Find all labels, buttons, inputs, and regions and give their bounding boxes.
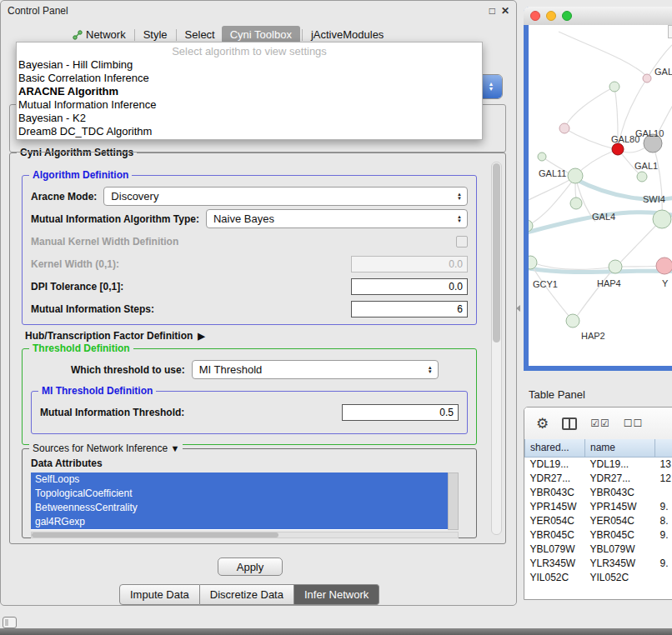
collapsed-arrow-icon: ▶ [198,331,204,342]
deselect-all-checkboxes-icon[interactable]: ☐☐ [624,418,644,428]
attribute-item-gal4rgexp[interactable]: gal4RGexp [31,515,448,529]
table-row[interactable]: YLR345WYLR345W9. [525,556,672,570]
mi-threshold-label: Mutual Information Threshold: [40,407,184,418]
tab-label: Style [143,28,168,41]
graph-node[interactable] [570,198,582,209]
panel-dock-icon[interactable] [3,617,17,628]
table-row[interactable]: YBL079WYBL079W [525,542,672,556]
select-all-checkboxes-icon[interactable]: ☑☑ [590,418,610,428]
algorithm-definition-title: Algorithm Definition [29,169,132,181]
table-toolbar: ⚙ ☑☑ ☐☐ [524,408,672,439]
graph-node[interactable] [529,256,537,269]
table-row[interactable]: YER054CYER054C8. [525,513,672,528]
table-row[interactable]: YPR145WYPR145W9. [525,499,672,513]
gear-icon[interactable]: ⚙ [536,417,549,431]
attribute-item-betweenness[interactable]: BetweennessCentrality [31,501,448,515]
attribute-list-vscrollbar[interactable] [448,472,459,530]
highlighted-edges [529,179,672,272]
graph-node[interactable] [566,314,579,328]
dropdown-item-dream8[interactable]: Dream8 DC_TDC Algorithm [17,125,482,138]
sources-title-label: Sources for Network Inference [33,442,168,454]
network-vscrollbar[interactable] [668,25,672,38]
dropdown-item-basic-correlation[interactable]: Basic Correlation Inference [17,72,482,85]
attribute-list-hscrollbar[interactable] [31,532,459,538]
column-header-cut[interactable] [655,439,672,457]
network-window-titlebar [524,7,672,25]
mi-threshold-group: MI Threshold Definition Mutual Informati… [31,391,468,434]
column-header-name[interactable]: name [585,439,655,457]
dpi-tolerance-label: DPI Tolerance [0,1]: [31,281,123,292]
bottom-tabs: Impute Data Discretize Data Infer Networ… [119,584,379,605]
combo-value: MI Threshold [199,363,263,376]
apply-button[interactable]: Apply [218,558,283,576]
graph-node[interactable] [637,172,647,182]
restore-window-icon[interactable]: □ [489,5,495,17]
dpi-tolerance-input[interactable] [351,278,468,295]
settings-vscrollbar-thumb[interactable] [493,163,500,342]
table-header-row: shared... name [525,439,672,457]
table-panel-title: Table Panel [529,388,585,401]
graph-node[interactable] [653,210,671,228]
which-threshold-combo[interactable]: MI Threshold ▲▼ [192,360,439,379]
graph-node[interactable] [609,82,619,92]
graph-node[interactable] [643,74,651,82]
cyni-algorithm-settings-group: Cyni Algorithm Settings Algorithm Defini… [9,152,506,544]
tab-infer-network[interactable]: Infer Network [294,584,379,605]
tab-select[interactable]: Select [178,26,222,43]
sources-group-title[interactable]: Sources for Network Inference ▼ [29,442,183,454]
tab-style[interactable]: Style [137,26,174,43]
minimize-traffic-light-icon[interactable] [546,11,556,21]
kernel-width-label: Kernel Width (0,1): [31,258,119,270]
combo-arrows-icon: ▲▼ [452,215,462,223]
sources-group: Sources for Network Inference ▼ Data Att… [22,448,477,538]
graph-node[interactable] [568,168,583,183]
algorithm-definition-group: Algorithm Definition Aracne Mode: Discov… [22,175,477,325]
tab-cyni-toolbox[interactable]: Cyni Toolbox [222,26,300,43]
attribute-item-selfloops[interactable]: SelfLoops [31,472,448,487]
data-attributes-label: Data Attributes [31,458,103,469]
close-window-icon[interactable]: ✕ [501,5,509,17]
hub-tf-definition-toggle[interactable]: Hub/Transcription Factor Definition ▶ [25,330,205,342]
graph-node-selected[interactable] [612,143,624,155]
dropdown-item-bayesian-k2[interactable]: Bayesian - K2 [17,112,482,125]
node-label: GAL10 [635,128,664,138]
graph-node[interactable] [559,123,569,133]
node-label: GAL [654,67,672,77]
tab-discretize-data[interactable]: Discretize Data [200,584,294,605]
mi-steps-input[interactable] [351,301,468,318]
network-graph[interactable]: GAL GAL80 GAL10 GAL11 GAL1 SWI4 GAL4 GCY… [529,25,672,362]
mi-type-label: Mutual Information Algorithm Type: [31,213,199,225]
table-panel-window: ⚙ ☑☑ ☐☐ shared... name YDL19...YDL19...1… [524,407,672,600]
tab-impute-data[interactable]: Impute Data [119,584,200,605]
table-row[interactable]: YDL19...YDL19...13 [525,457,672,471]
control-panel-tabs: Network Style Select Cyni Toolbox jActiv… [66,26,390,43]
tab-network[interactable]: Network [66,26,133,43]
close-traffic-light-icon[interactable] [530,11,540,21]
attribute-item-topological[interactable]: TopologicalCoefficient [31,487,448,501]
graph-node[interactable] [609,260,622,273]
zoom-traffic-light-icon[interactable] [562,11,572,21]
network-canvas[interactable]: GAL GAL80 GAL10 GAL11 GAL1 SWI4 GAL4 GCY… [529,25,672,366]
table-row[interactable]: YBR043CYBR043C [525,485,672,499]
threshold-definition-group: Threshold Definition Which threshold to … [22,348,477,445]
graph-node[interactable] [656,258,672,274]
table-row[interactable]: YBR045CYBR045C9. [525,528,672,542]
aracne-mode-combo[interactable]: Discovery ▲▼ [103,187,468,206]
mi-type-combo[interactable]: Naive Bayes ▲▼ [206,209,468,228]
tab-label: Cyni Toolbox [230,28,292,41]
dropdown-item-bayesian-hill[interactable]: Bayesian - Hill Climbing [17,58,482,72]
tab-jactivemodules[interactable]: jActiveModules [304,26,390,43]
columns-icon[interactable] [562,418,577,430]
panel-splitter-handle[interactable] [516,305,520,312]
dropdown-item-aracne[interactable]: ARACNE Algorithm [17,85,482,98]
node-label: HAP2 [581,331,605,341]
settings-vscrollbar[interactable] [491,162,502,535]
dropdown-item-mutual-information[interactable]: Mutual Information Inference [17,98,482,112]
mi-threshold-input[interactable] [342,404,459,421]
graph-node[interactable] [538,152,546,161]
table-row[interactable]: YIL052CYIL052C [525,570,672,584]
table-row[interactable]: YDR27...YDR27...12 [525,471,672,485]
column-header-shared-name[interactable]: shared... [525,439,585,457]
combo-value: Naive Bayes [213,212,274,225]
node-label: GAL1 [634,161,658,171]
